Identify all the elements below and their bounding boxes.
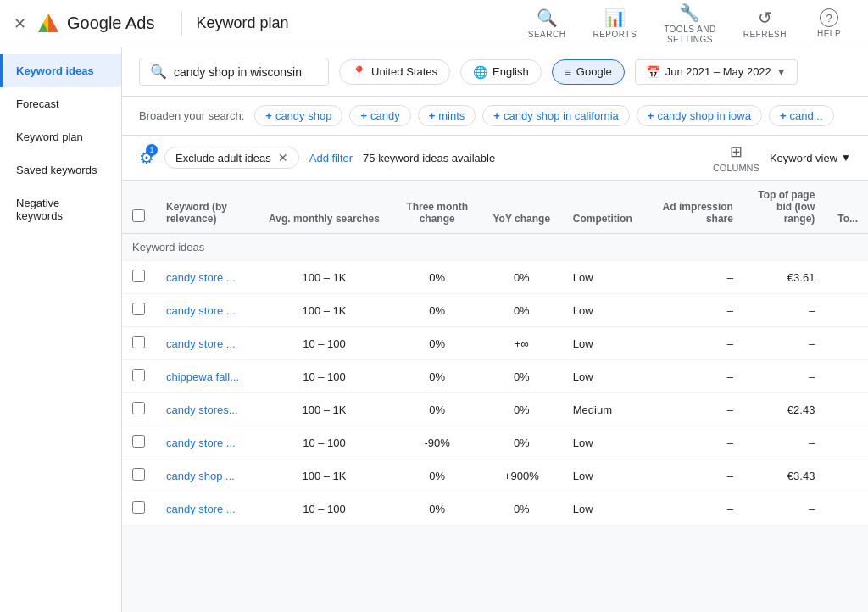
- search-nav-button[interactable]: 🔍 SEARCH: [518, 3, 576, 44]
- filter-bar: ⚙ 1 Exclude adult ideas ✕ Add filter 75 …: [122, 136, 868, 181]
- reports-nav-button[interactable]: 📊 REPORTS: [582, 3, 647, 44]
- row-select-checkbox[interactable]: [132, 402, 145, 414]
- add-filter-button[interactable]: Add filter: [309, 152, 353, 164]
- row-keyword[interactable]: candy store ...: [156, 261, 254, 294]
- th-yoy: YoY change: [481, 181, 563, 234]
- row-top-bid: –: [743, 426, 825, 459]
- network-pill[interactable]: ≡ Google: [552, 59, 625, 85]
- row-select-checkbox[interactable]: [132, 336, 145, 348]
- date-range-label: Jun 2021 – May 2022: [665, 65, 771, 78]
- filter-funnel-button[interactable]: ⚙ 1: [139, 147, 154, 168]
- columns-label: COLUMNS: [713, 163, 760, 173]
- row-checkbox[interactable]: [122, 426, 156, 459]
- columns-button[interactable]: ⊞ COLUMNS: [713, 142, 760, 173]
- row-keyword[interactable]: chippewa fall...: [156, 360, 254, 393]
- select-all-checkbox[interactable]: [132, 209, 145, 222]
- svg-marker-1: [48, 14, 58, 32]
- row-keyword[interactable]: candy store ...: [156, 426, 254, 459]
- refresh-nav-label: REFRESH: [743, 30, 787, 39]
- row-checkbox[interactable]: [122, 294, 156, 327]
- row-select-checkbox[interactable]: [132, 435, 145, 448]
- row-select-checkbox[interactable]: [132, 468, 145, 481]
- location-icon: 📍: [352, 65, 366, 79]
- row-select-checkbox[interactable]: [132, 501, 145, 514]
- keyword-view-button[interactable]: Keyword view ▼: [770, 152, 851, 164]
- row-yoy: 0%: [481, 360, 563, 393]
- sidebar-item-negative-keywords[interactable]: Negative keywords: [0, 186, 121, 232]
- row-ad-impression: –: [647, 426, 743, 459]
- row-ad-impression: –: [647, 294, 743, 327]
- keyword-view-arrow-icon: ▼: [841, 152, 851, 164]
- exclude-label: Exclude adult ideas: [175, 152, 271, 164]
- broaden-chip-iowa[interactable]: + candy shop in iowa: [637, 105, 762, 126]
- row-select-checkbox[interactable]: [132, 270, 145, 282]
- row-three-month: 0%: [393, 261, 480, 294]
- row-checkbox[interactable]: [122, 492, 156, 526]
- row-ad-impression: –: [647, 261, 743, 294]
- location-pill[interactable]: 📍 United States: [339, 59, 450, 85]
- group-row: Keyword ideas: [122, 234, 868, 261]
- date-range-pill[interactable]: 📅 Jun 2021 – May 2022 ▼: [635, 59, 798, 85]
- tools-nav-button[interactable]: 🔧 TOOLS ANDSETTINGS: [654, 0, 726, 50]
- broaden-chip-more[interactable]: + cand...: [769, 105, 834, 126]
- row-keyword[interactable]: candy shop ...: [156, 459, 254, 492]
- row-three-month: 0%: [393, 459, 480, 492]
- row-top-bid: €3.61: [743, 261, 825, 294]
- row-keyword[interactable]: candy stores...: [156, 393, 254, 426]
- row-keyword[interactable]: candy store ...: [156, 327, 254, 360]
- keyword-view-label: Keyword view: [770, 152, 837, 164]
- broaden-chip-mints[interactable]: + mints: [418, 105, 476, 126]
- row-select-checkbox[interactable]: [132, 303, 145, 315]
- row-checkbox[interactable]: [122, 261, 156, 294]
- search-input[interactable]: [174, 65, 318, 79]
- reports-nav-icon: 📊: [604, 8, 626, 28]
- plus-icon: +: [360, 109, 367, 122]
- help-nav-label: HELP: [817, 29, 841, 38]
- broaden-chip-california[interactable]: + candy shop in california: [482, 105, 629, 126]
- help-nav-button[interactable]: ? HELP: [804, 3, 854, 43]
- row-top-bid: –: [743, 294, 825, 327]
- nav-actions: 🔍 SEARCH 📊 REPORTS 🔧 TOOLS ANDSETTINGS ↺…: [518, 0, 854, 50]
- row-top-bid: –: [743, 327, 825, 360]
- row-checkbox[interactable]: [122, 459, 156, 492]
- row-competition: Low: [563, 459, 648, 492]
- sidebar-item-saved-keywords[interactable]: Saved keywords: [0, 153, 121, 186]
- row-top-bid: €3.43: [743, 459, 825, 492]
- table-row: candy store ... 10 – 100 0% 0% Low – –: [122, 492, 868, 526]
- th-more: To...: [825, 181, 868, 234]
- row-checkbox[interactable]: [122, 327, 156, 360]
- row-checkbox[interactable]: [122, 393, 156, 426]
- main-content: 🔍 📍 United States 🌐 English ≡ Google 📅 J…: [122, 47, 868, 612]
- table-row: candy store ... 10 – 100 -90% 0% Low – –: [122, 426, 868, 459]
- row-more: [825, 360, 868, 393]
- refresh-nav-icon: ↺: [758, 8, 772, 28]
- row-keyword[interactable]: candy store ...: [156, 492, 254, 526]
- row-more: [825, 294, 868, 327]
- search-box[interactable]: 🔍: [139, 58, 329, 86]
- row-avg-searches: 10 – 100: [254, 492, 393, 526]
- row-select-checkbox[interactable]: [132, 369, 145, 381]
- sidebar-item-keyword-plan[interactable]: Keyword plan: [0, 120, 121, 153]
- broaden-chip-candy[interactable]: + candy: [349, 105, 410, 126]
- row-three-month: 0%: [393, 393, 480, 426]
- row-keyword[interactable]: candy store ...: [156, 294, 254, 327]
- close-icon[interactable]: ✕: [14, 14, 26, 33]
- row-checkbox[interactable]: [122, 360, 156, 393]
- broaden-chip-candy-shop[interactable]: + candy shop: [254, 105, 342, 126]
- row-avg-searches: 100 – 1K: [254, 261, 393, 294]
- sidebar-item-forecast[interactable]: Forecast: [0, 87, 121, 120]
- row-yoy: 0%: [481, 294, 563, 327]
- reports-nav-label: REPORTS: [593, 30, 637, 39]
- row-top-bid: €2.43: [743, 393, 825, 426]
- th-top-bid: Top of pagebid (lowrange): [743, 181, 825, 234]
- row-avg-searches: 10 – 100: [254, 360, 393, 393]
- sidebar-item-keyword-ideas[interactable]: Keyword ideas: [0, 54, 121, 87]
- language-label: English: [492, 65, 529, 78]
- row-yoy: +900%: [481, 459, 563, 492]
- top-nav: ✕ Google Ads Keyword plan 🔍 SEARCH 📊 REP…: [0, 0, 868, 47]
- group-label: Keyword ideas: [122, 234, 868, 261]
- language-pill[interactable]: 🌐 English: [460, 59, 542, 85]
- plus-icon: +: [780, 109, 787, 122]
- exclude-close-icon[interactable]: ✕: [278, 151, 288, 164]
- refresh-nav-button[interactable]: ↺ REFRESH: [733, 3, 797, 44]
